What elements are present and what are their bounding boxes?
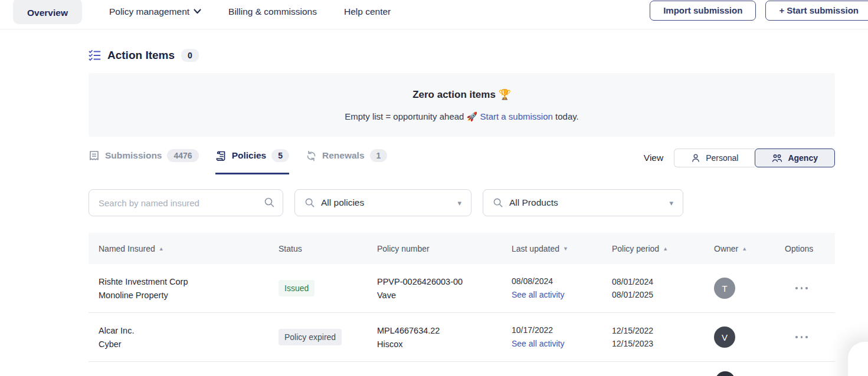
refresh-icon <box>306 150 317 161</box>
last-updated-date: 10/17/2022 <box>512 325 612 335</box>
named-insured: Alcar Inc. <box>99 326 279 335</box>
policy-number: MPL4667634.22 <box>377 326 512 335</box>
period-start: 08/01/2024 <box>612 277 714 286</box>
empty-state-subtitle: Empty list = opportunity ahead 🚀 Start a… <box>345 111 579 122</box>
column-header-owner[interactable]: Owner ▲ <box>714 244 785 253</box>
products-filter-value: All Products <box>509 197 663 208</box>
carrier: Vave <box>377 291 512 300</box>
rocket-emoji: 🚀 <box>467 111 478 121</box>
status-badge: Issued <box>279 280 315 296</box>
policy-period-cell: 08/01/2024 08/01/2025 <box>612 277 714 299</box>
options-cell <box>785 287 835 289</box>
sort-asc-icon: ▲ <box>663 246 668 252</box>
chevron-down-icon <box>194 9 201 14</box>
options-menu-icon[interactable] <box>785 287 835 289</box>
nav-item-help-center[interactable]: Help center <box>344 6 391 17</box>
tab-policies[interactable]: Policies 5 <box>215 149 289 174</box>
status-cell: Policy expired <box>279 329 377 345</box>
owner-cell: V <box>714 326 785 348</box>
column-header-status: Status <box>279 244 377 253</box>
status-badge: Policy expired <box>279 329 342 345</box>
tab-label: Renewals <box>322 150 365 161</box>
period-end: 12/15/2023 <box>612 339 714 348</box>
named-insured-cell: Rishte Investment Corp Monoline Property <box>99 277 279 300</box>
named-insured: Rishte Investment Corp <box>99 277 279 286</box>
see-all-activity-link[interactable]: See all activity <box>512 290 564 299</box>
policies-filter-value: All policies <box>321 197 451 208</box>
policy-number-cell: MPL4667634.22 Hiscox <box>377 326 512 349</box>
nav-item-billing[interactable]: Billing & commissions <box>228 6 317 17</box>
tabs: Submissions 4476 Policies 5 <box>89 149 387 174</box>
products-filter-dropdown[interactable]: All Products ▾ <box>483 189 683 216</box>
search-icon <box>264 197 275 208</box>
action-items-empty-state: Zero action items 🏆 Empty list = opportu… <box>89 73 835 137</box>
view-toggle: View Personal <box>644 149 835 174</box>
people-icon <box>772 154 782 163</box>
policies-filter-dropdown[interactable]: All policies ▾ <box>294 189 471 216</box>
trophy-emoji: 🏆 <box>499 89 511 100</box>
options-cell <box>785 336 835 338</box>
product-line: Monoline Property <box>99 291 279 300</box>
last-updated-cell: 08/08/2024 See all activity <box>512 276 612 300</box>
column-header-named-insured[interactable]: Named Insured ▲ <box>99 244 279 253</box>
action-items-title: Action Items <box>107 49 175 62</box>
scroll-icon <box>215 150 227 161</box>
start-submission-link[interactable]: Start a submission <box>480 111 552 121</box>
owner-cell: T <box>714 278 785 299</box>
table-row[interactable]: Alcar Inc. Cyber Policy expired MPL46676… <box>89 313 835 362</box>
carrier: Hiscox <box>377 339 512 349</box>
search-icon <box>493 197 503 208</box>
column-header-policy-period[interactable]: Policy period ▲ <box>612 244 714 253</box>
view-segmented-control: Personal Agency <box>674 149 835 167</box>
nav-item-label: Policy management <box>109 6 189 17</box>
filters-row: All policies ▾ All Products ▾ <box>89 189 835 216</box>
avatar <box>715 371 735 376</box>
product-line: Cyber <box>99 339 279 349</box>
period-end: 08/01/2025 <box>612 290 714 299</box>
nav-item-overview[interactable]: Overview <box>13 0 82 24</box>
checklist-icon <box>89 50 101 61</box>
action-items-header: Action Items 0 <box>89 49 835 62</box>
avatar: V <box>714 326 735 348</box>
policies-table: Named Insured ▲ Status Policy number Las… <box>89 233 835 362</box>
column-header-last-updated[interactable]: Last updated ▼ <box>512 244 612 253</box>
nav-links: Overview Policy management Billing & com… <box>13 2 391 28</box>
nav-item-policy-management[interactable]: Policy management <box>109 6 201 17</box>
search-input[interactable] <box>89 189 283 216</box>
sort-asc-icon: ▲ <box>742 246 747 252</box>
policy-number: PPVP-0026426003-00 <box>377 277 512 286</box>
import-submission-button[interactable]: Import submission <box>650 1 756 21</box>
last-updated-cell: 10/17/2022 See all activity <box>512 325 612 349</box>
person-icon <box>691 153 700 163</box>
tab-count-badge: 1 <box>370 149 388 162</box>
caret-down-icon: ▾ <box>457 199 461 207</box>
search-icon <box>304 197 315 208</box>
caret-down-icon: ▾ <box>669 199 673 207</box>
sort-asc-icon: ▲ <box>159 246 164 252</box>
policy-period-cell: 12/15/2022 12/15/2023 <box>612 326 714 348</box>
view-option-personal[interactable]: Personal <box>674 149 755 167</box>
search-box <box>89 189 283 216</box>
named-insured-cell: Alcar Inc. Cyber <box>99 326 279 349</box>
view-label: View <box>644 153 663 163</box>
avatar: T <box>714 278 735 299</box>
action-items-count-badge: 0 <box>181 49 199 62</box>
tab-label: Policies <box>232 150 267 161</box>
tab-count-badge: 5 <box>271 149 289 162</box>
chat-widget-button[interactable] <box>848 342 868 376</box>
tab-renewals[interactable]: Renewals 1 <box>306 149 387 174</box>
column-header-options: Options <box>785 244 835 253</box>
see-all-activity-link[interactable]: See all activity <box>512 339 564 348</box>
column-header-policy-number: Policy number <box>377 244 512 253</box>
tab-submissions[interactable]: Submissions 4476 <box>89 149 199 174</box>
view-option-agency[interactable]: Agency <box>755 149 835 167</box>
table-header-row: Named Insured ▲ Status Policy number Las… <box>89 233 835 264</box>
table-row[interactable]: Rishte Investment Corp Monoline Property… <box>89 264 835 313</box>
start-submission-button[interactable]: + Start submission <box>765 1 868 21</box>
nav-actions: Import submission + Start submission <box>650 1 868 21</box>
receipt-icon <box>89 150 100 161</box>
options-menu-icon[interactable] <box>785 336 835 338</box>
top-navigation: Overview Policy management Billing & com… <box>0 0 868 29</box>
sort-desc-icon: ▼ <box>563 246 568 252</box>
last-updated-date: 08/08/2024 <box>512 276 612 286</box>
